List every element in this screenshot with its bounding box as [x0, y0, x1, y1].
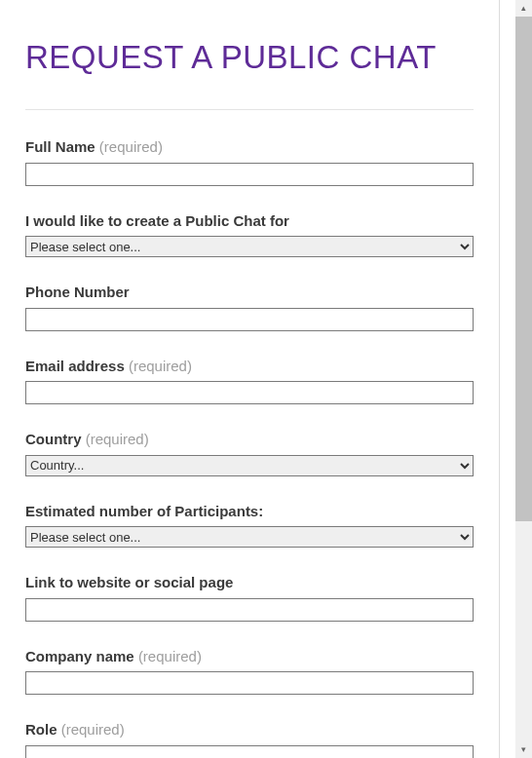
full-name-label: Full Name (required) — [25, 137, 474, 157]
field-purpose: I would like to create a Public Chat for… — [25, 211, 474, 258]
page-title: Request a Public Chat — [25, 39, 474, 76]
required-marker: (required) — [99, 138, 163, 155]
role-label: Role (required) — [25, 720, 474, 739]
required-marker: (required) — [138, 648, 202, 664]
scrollbar-thumb[interactable] — [515, 17, 532, 521]
phone-input[interactable] — [25, 308, 474, 331]
country-select[interactable]: Country... — [25, 455, 474, 476]
purpose-label: I would like to create a Public Chat for — [25, 211, 474, 231]
field-participants: Estimated number of Participants: Please… — [25, 502, 474, 549]
website-label: Link to website or social page — [25, 573, 474, 592]
phone-label: Phone Number — [25, 283, 474, 302]
inner-scroll-gutter — [499, 0, 515, 758]
participants-select[interactable]: Please select one... — [25, 526, 474, 548]
field-full-name: Full Name (required) — [25, 137, 474, 186]
website-input[interactable] — [25, 598, 474, 622]
company-input[interactable] — [25, 671, 474, 695]
divider — [25, 109, 474, 110]
purpose-select[interactable]: Please select one... — [25, 236, 474, 257]
full-name-label-text: Full Name — [25, 138, 99, 155]
field-website: Link to website or social page — [25, 573, 474, 622]
scroll-up-arrow-icon[interactable]: ▴ — [515, 0, 532, 17]
field-email: Email address (required) — [25, 357, 474, 405]
field-role: Role (required) — [25, 720, 474, 758]
country-label-text: Country — [25, 431, 86, 447]
required-marker: (required) — [129, 358, 192, 374]
field-country: Country (required) Country... — [25, 430, 474, 476]
email-label-text: Email address — [25, 358, 129, 374]
required-marker: (required) — [86, 431, 149, 447]
role-input[interactable] — [25, 745, 474, 759]
full-name-input[interactable] — [25, 163, 474, 186]
email-label: Email address (required) — [25, 357, 474, 376]
field-company: Company name (required) — [25, 647, 474, 696]
field-phone: Phone Number — [25, 283, 474, 331]
participants-label: Estimated number of Participants: — [25, 502, 474, 521]
country-label: Country (required) — [25, 430, 474, 449]
form-panel: Request a Public Chat Full Name (require… — [0, 0, 499, 758]
required-marker: (required) — [61, 721, 125, 738]
company-label-text: Company name — [25, 648, 138, 664]
email-input[interactable] — [25, 381, 474, 404]
scroll-down-arrow-icon[interactable]: ▾ — [515, 741, 532, 758]
role-label-text: Role — [25, 721, 61, 738]
company-label: Company name (required) — [25, 647, 474, 666]
window-viewport: Request a Public Chat Full Name (require… — [0, 0, 532, 758]
